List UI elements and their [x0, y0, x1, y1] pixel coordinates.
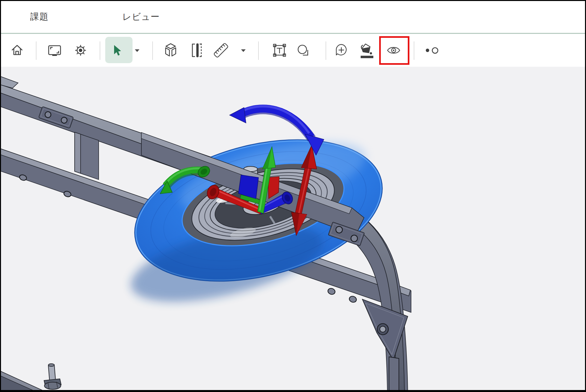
settings-gear-button[interactable]	[73, 34, 88, 67]
toolbar-divider	[414, 41, 414, 60]
paint-bucket-button[interactable]	[360, 34, 374, 67]
ruler-icon	[214, 42, 228, 59]
section-view-button[interactable]	[190, 34, 205, 67]
cad-review-window: 課題 レビュー	[0, 0, 586, 392]
text-annotation-button[interactable]	[272, 34, 287, 67]
cursor-icon	[110, 43, 124, 58]
toolbar-divider	[152, 41, 153, 60]
toolbar-divider	[36, 41, 37, 60]
section-icon	[190, 42, 205, 59]
screen-icon	[47, 43, 62, 58]
toolbar-divider	[100, 41, 100, 60]
tab-kadai[interactable]: 課題	[30, 11, 49, 23]
screen-view-button[interactable]	[47, 34, 62, 67]
isometric-cube-button[interactable]	[163, 34, 178, 67]
home-button[interactable]	[10, 34, 24, 67]
shape-callout-button[interactable]	[296, 34, 311, 67]
frame-post-face	[75, 132, 81, 173]
tab-review[interactable]: レビュー	[122, 11, 160, 23]
home-icon	[10, 43, 24, 58]
window-border	[0, 390, 586, 392]
window-border	[0, 0, 586, 1]
cube-icon	[163, 42, 178, 59]
chevron-down-icon	[239, 46, 247, 54]
frame-lower-vertical	[389, 357, 399, 392]
measure-ruler-button[interactable]	[214, 34, 228, 67]
toolbar	[0, 34, 586, 67]
window-border	[0, 0, 1, 392]
frame-bottom-left-beam[interactable]	[0, 371, 46, 392]
model-scene	[0, 67, 586, 392]
tab-bar: 課題 レビュー	[0, 0, 586, 34]
chevron-down-icon	[133, 46, 141, 54]
appearance-dots-button[interactable]	[421, 34, 442, 67]
annotation-highlight-rectangle	[379, 36, 409, 65]
toolbar-divider	[326, 41, 326, 60]
circle-callout-icon	[296, 42, 311, 58]
select-cursor-button[interactable]	[110, 34, 124, 67]
loose-bolt[interactable]	[44, 364, 61, 389]
two-dots-icon	[422, 43, 441, 58]
model-viewport[interactable]	[0, 67, 586, 392]
paint-bucket-icon	[360, 42, 374, 59]
comment-plus-icon	[334, 42, 349, 58]
toolbar-divider	[258, 41, 259, 60]
select-dropdown-caret[interactable]	[131, 34, 144, 67]
add-comment-balloon-button[interactable]	[334, 34, 349, 67]
measure-dropdown-caret[interactable]	[237, 34, 250, 67]
text-box-icon	[272, 42, 287, 58]
gear-icon	[73, 43, 88, 58]
